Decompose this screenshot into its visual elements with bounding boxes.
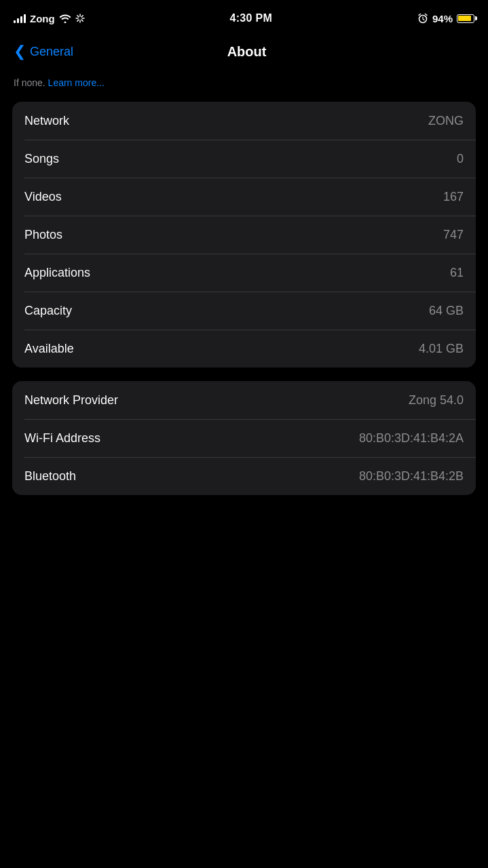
back-chevron-icon: ❮ [14,44,26,59]
row-value: 80:B0:3D:41:B4:2A [359,431,464,446]
network-activity-icon [75,14,85,23]
row-label: Capacity [24,304,72,318]
table-row: Videos 167 [12,178,476,216]
learn-more-prefix: If none. [14,77,45,88]
row-label: Songs [24,152,59,166]
carrier-label: Zong [30,13,55,24]
signal-bars-icon [14,14,26,23]
table-row: Applications 61 [12,254,476,292]
row-value: ZONG [428,114,464,128]
status-time: 4:30 PM [230,12,273,24]
main-info-card: Network ZONG Songs 0 Videos 167 Photos 7… [12,102,476,368]
svg-line-5 [81,20,83,21]
table-row: Songs 0 [12,140,476,178]
alarm-icon [417,13,428,24]
network-info-card: Network Provider Zong 54.0 Wi-Fi Address… [12,381,476,495]
table-row: Bluetooth 80:B0:3D:41:B4:2B [12,457,476,495]
svg-line-4 [77,16,78,17]
learn-more-section: If none. Learn more... [0,72,488,96]
table-row: Available 4.01 GB [12,330,476,368]
row-value: 80:B0:3D:41:B4:2B [359,469,464,484]
row-label: Applications [24,266,90,280]
status-right: 94% [417,13,474,24]
battery-percent-label: 94% [432,13,453,24]
row-label: Network [24,114,69,128]
row-label: Network Provider [24,393,118,408]
row-value: 61 [450,266,464,280]
battery-icon [457,14,474,23]
row-label: Photos [24,228,62,242]
row-label: Bluetooth [24,469,76,484]
nav-bar: ❮ General About [0,34,488,72]
table-row: Network Provider Zong 54.0 [12,381,476,419]
row-label: Available [24,342,74,356]
page-title: About [227,44,267,60]
row-value: 167 [443,190,464,204]
table-row: Photos 747 [12,216,476,254]
wifi-icon [59,14,71,23]
table-row: Network ZONG [12,102,476,140]
row-value: 0 [457,152,464,166]
row-label: Wi-Fi Address [24,431,100,446]
table-row: Capacity 64 GB [12,292,476,330]
row-value: 4.01 GB [419,342,464,356]
row-label: Videos [24,190,62,204]
svg-line-6 [81,16,83,17]
table-row: Wi-Fi Address 80:B0:3D:41:B4:2A [12,419,476,457]
back-button[interactable]: ❮ General [14,44,73,59]
status-left: Zong [14,13,85,24]
learn-more-link[interactable]: Learn more... [48,77,105,88]
status-bar: Zong 4:30 PM 94% [0,0,488,34]
back-label: General [30,45,73,59]
row-value: 747 [443,228,464,242]
svg-line-7 [77,20,78,21]
row-value: 64 GB [429,304,464,318]
row-value: Zong 54.0 [409,393,464,408]
